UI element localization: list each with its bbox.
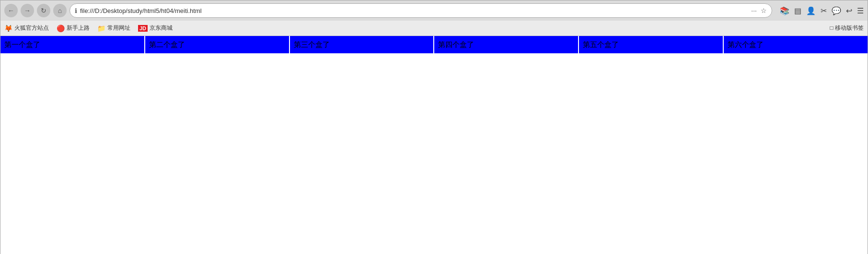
forward-button[interactable]: → [21, 4, 34, 17]
huhu-label: 火狐官方站点 [14, 24, 49, 32]
refresh-button[interactable]: ↻ [37, 4, 50, 17]
box-4: 第四个盒了 [434, 36, 579, 53]
xinshou-icon: 🔴 [57, 24, 65, 32]
back-button[interactable]: ← [4, 4, 18, 17]
address-actions: ··· ☆ [751, 7, 767, 14]
box-2-label: 第二个盒了 [149, 40, 185, 49]
bookmark-xinshou[interactable]: 🔴 新手上路 [57, 24, 90, 32]
jd-icon: JD [138, 25, 148, 32]
sidebar-icon[interactable]: ▤ [794, 6, 801, 15]
changyong-icon: 📁 [97, 24, 105, 32]
library-icon[interactable]: 📚 [780, 6, 789, 15]
undo-icon[interactable]: ↩ [846, 6, 852, 15]
star-icon[interactable]: ☆ [761, 7, 767, 14]
boxes-row: 第一个盒了 第二个盒了 第三个盒了 第四个盒了 第五个盒了 第六个盒了 [0, 36, 868, 53]
bookmark-changyong[interactable]: 📁 常用网址 [97, 24, 130, 32]
screenshot-icon[interactable]: ✂ [821, 6, 827, 15]
title-bar: ← → ↻ ⌂ ℹ file:///D:/Desktop/study/html5… [0, 0, 868, 21]
jd-label: 京东商城 [150, 24, 173, 32]
box-1: 第一个盒了 [0, 36, 145, 53]
box-6: 第六个盒了 [724, 36, 868, 53]
xinshou-label: 新手上路 [67, 24, 90, 32]
address-bar[interactable]: ℹ file:///D:/Desktop/study/html5/ht04/me… [69, 3, 772, 18]
bookmarks-bar: 🦊 火狐官方站点 🔴 新手上路 📁 常用网址 JD 京东商城 □ 移动版书签 [0, 21, 868, 36]
browser-window: ← → ↻ ⌂ ℹ file:///D:/Desktop/study/html5… [0, 0, 868, 254]
box-5: 第五个盒了 [579, 36, 724, 53]
box-3-label: 第三个盒了 [294, 40, 330, 49]
mobile-bookmarks[interactable]: □ 移动版书签 [830, 24, 864, 32]
home-button[interactable]: ⌂ [53, 4, 67, 17]
changyong-label: 常用网址 [107, 24, 130, 32]
bookmark-huhu[interactable]: 🦊 火狐官方站点 [4, 24, 49, 32]
menu-icon[interactable]: ☰ [857, 6, 864, 15]
box-4-label: 第四个盒了 [438, 40, 474, 49]
chat-icon[interactable]: 💬 [832, 6, 841, 15]
box-6-label: 第六个盒了 [728, 40, 764, 49]
box-2: 第二个盒了 [145, 36, 290, 53]
profile-icon[interactable]: 👤 [806, 6, 816, 15]
more-icon[interactable]: ··· [751, 7, 757, 14]
info-icon: ℹ [75, 7, 77, 14]
bookmark-jd[interactable]: JD 京东商城 [138, 24, 173, 32]
page-content: 第一个盒了 第二个盒了 第三个盒了 第四个盒了 第五个盒了 第六个盒了 [0, 36, 868, 254]
box-3: 第三个盒了 [290, 36, 435, 53]
box-1-label: 第一个盒了 [4, 40, 40, 49]
page-body [0, 53, 868, 254]
huhu-icon: 🦊 [4, 24, 12, 32]
address-text: file:///D:/Desktop/study/html5/ht04/meit… [80, 7, 748, 14]
browser-right-icons: 📚 ▤ 👤 ✂ 💬 ↩ ☰ [780, 6, 864, 15]
box-5-label: 第五个盒了 [583, 40, 619, 49]
